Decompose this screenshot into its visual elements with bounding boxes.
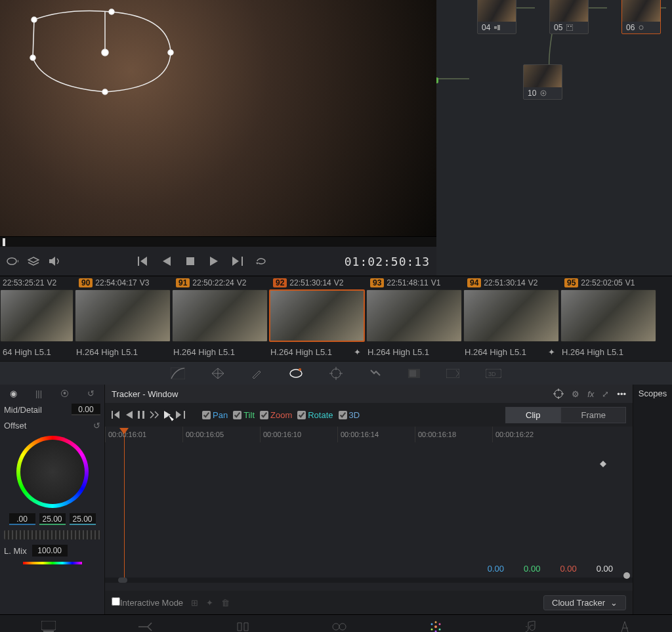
codec-label: 64 High L5.1 [3,347,51,357]
clip-mode-button[interactable]: Clip [505,407,560,423]
track-last-icon[interactable] [176,411,185,419]
tracker-target-icon[interactable] [553,389,564,399]
track-pause-icon[interactable] [138,411,144,419]
clip-tc: 22:51:48:11 [387,278,428,287]
timecode-display[interactable]: 01:02:50:13 [345,255,430,268]
value-input[interactable]: .00 [9,513,35,525]
ruler-tick: 00:00:16:22 [492,427,570,442]
svg-point-3 [102,89,108,95]
more-menu-icon[interactable]: ••• [617,389,626,399]
stabilizer-palette-icon[interactable] [369,368,382,379]
delete-track-icon[interactable]: 🗑 [221,598,230,608]
mode-value[interactable]: 0.00 [72,404,100,415]
graph-scrollbar-h[interactable] [105,578,633,583]
frame-mode-button[interactable]: Frame [560,407,626,423]
remove-point-icon[interactable]: ✦ [206,598,213,608]
color-wheel[interactable] [16,436,89,508]
expand-icon[interactable]: ⤢ [602,389,609,399]
reset-offset-icon[interactable]: ↺ [93,421,100,431]
track-first-icon[interactable] [112,411,121,419]
codec-label: H.264 High L5.1 [270,347,332,357]
layers-icon[interactable] [28,255,39,267]
node-graph[interactable]: 04 05 06 10 [436,0,672,276]
clip-thumbnail[interactable] [463,289,559,342]
fusion-page-icon[interactable] [332,621,346,632]
rotate-checkbox[interactable]: Rotate [297,410,333,420]
tracker-graph[interactable]: 00:00:16:01 00:00:16:05 00:00:16:10 00:0… [105,427,633,591]
mode-label: Mid/Detail [4,405,42,415]
clip-thumbnail[interactable] [75,289,171,342]
value-input[interactable]: 25.00 [70,513,96,525]
tilt-checkbox[interactable]: Tilt [233,410,255,420]
cut-page-icon[interactable] [138,621,153,632]
fx-icon[interactable]: fx [587,389,594,399]
playhead[interactable] [119,428,129,434]
svg-point-6 [102,49,108,56]
track-forward-icon[interactable] [164,411,171,419]
svg-rect-17 [171,368,185,379]
value-input[interactable]: 25.00 [39,513,66,525]
pan-checkbox[interactable]: Pan [202,410,228,420]
blur-palette-icon[interactable] [408,369,420,378]
codec-label: H.264 High L5.1 [562,347,623,357]
stop-icon[interactable] [184,255,196,267]
scopes-panel-label[interactable]: Scopes [633,385,672,614]
svg-rect-13 [570,26,572,27]
node-input-port[interactable] [436,77,438,83]
viewer-scrubber[interactable] [0,236,436,247]
tracker-palette-icon[interactable] [329,367,343,380]
next-clip-icon[interactable] [232,255,243,267]
window-palette-icon[interactable] [289,368,303,379]
svg-point-35 [439,623,441,625]
codec-label: H.264 High L5.1 [368,347,429,357]
prev-clip-icon[interactable] [137,255,149,267]
media-page-icon[interactable] [41,621,56,633]
window-shape-menu-icon[interactable] [7,255,18,267]
3d-palette-icon[interactable]: 3D [486,369,501,378]
track-reverse-icon[interactable] [126,411,133,419]
zoom-checkbox[interactable]: Zoom [260,410,292,420]
interactive-mode-checkbox[interactable]: Interactive Mode [112,597,183,608]
clip-thumbnail[interactable] [172,289,268,342]
3d-checkbox[interactable]: 3D [339,410,360,420]
viewer-canvas[interactable] [0,0,436,236]
node[interactable]: 05 [549,0,589,34]
insert-point-icon[interactable]: ⊞ [191,598,198,608]
tracker-options-icon[interactable]: ⚙ [572,389,579,399]
node[interactable]: 04 [477,0,516,34]
reset-icon[interactable]: ↺ [87,389,94,398]
lmix-value[interactable]: 100.00 [32,545,68,557]
clip-thumbnail-selected[interactable] [269,289,365,342]
qualifier-palette-icon[interactable] [251,368,262,379]
curves-palette-icon[interactable] [171,368,185,379]
lmix-slider[interactable] [23,562,82,564]
edit-page-icon[interactable] [236,621,249,632]
clip-thumbnail[interactable] [366,289,462,342]
wheels-mode-icon[interactable]: ◉ [10,389,17,398]
loop-icon[interactable] [255,255,267,267]
clip-tc: 22:54:04:17 [95,278,136,287]
speaker-icon[interactable] [49,255,60,267]
play-icon[interactable] [208,255,220,267]
svg-point-33 [434,625,437,628]
node-selected[interactable]: 06 [621,0,661,34]
fairlight-page-icon[interactable] [526,621,536,633]
clip-thumbnail[interactable] [0,289,74,342]
codec-label: H.264 High L5.1 [173,347,235,357]
jog-wheel[interactable] [4,530,100,539]
node[interactable]: 10 [523,64,562,100]
graph-scale-slider[interactable] [621,427,633,591]
key-palette-icon[interactable] [446,369,459,378]
tracker-type-select[interactable]: Cloud Tracker⌄ [543,595,626,610]
bars-mode-icon[interactable]: ||| [35,389,42,398]
color-page-icon[interactable] [429,620,442,633]
clip-thumbnail[interactable] [560,289,656,342]
chevron-down-icon: ⌄ [610,598,618,608]
track-oneframe-icon[interactable] [150,411,159,419]
warper-palette-icon[interactable] [211,368,224,379]
deliver-page-icon[interactable] [619,620,631,633]
node-label: 10 [528,89,536,98]
zoom-icon[interactable]: ⦿ [60,389,69,398]
svg-point-20 [331,369,341,378]
reverse-play-icon[interactable] [161,255,173,267]
